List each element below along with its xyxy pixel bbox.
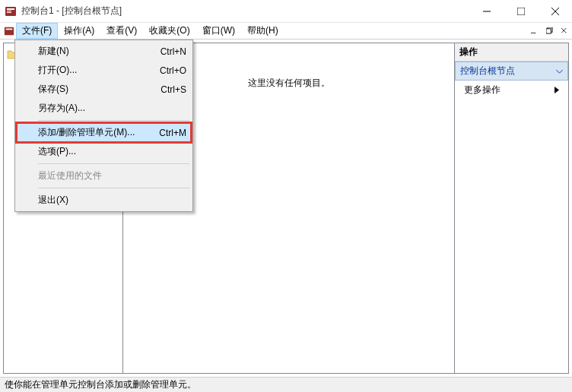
window-title: 控制台1 - [控制台根节点] bbox=[21, 5, 469, 17]
actions-context[interactable]: 控制台根节点 bbox=[455, 62, 568, 81]
menu-item-exit[interactable]: 退出(X) bbox=[17, 191, 191, 210]
mdi-close-button[interactable] bbox=[557, 23, 572, 39]
menu-separator bbox=[38, 163, 189, 164]
menu-window[interactable]: 窗口(W) bbox=[196, 23, 241, 39]
minimize-button[interactable] bbox=[469, 0, 504, 22]
status-bar: 使你能在管理单元控制台添加或删除管理单元。 bbox=[0, 377, 572, 392]
menu-item-saveas[interactable]: 另存为(A)... bbox=[17, 99, 191, 118]
menu-item-add-remove-snapin[interactable]: 添加/删除管理单元(M)...Ctrl+M bbox=[17, 123, 191, 142]
maximize-button[interactable] bbox=[504, 0, 538, 22]
actions-pane: 操作 控制台根节点 更多操作 bbox=[455, 43, 569, 374]
mdi-restore-button[interactable] bbox=[542, 23, 557, 39]
menu-view[interactable]: 查看(V) bbox=[100, 23, 143, 39]
title-bar: 控制台1 - [控制台根节点] bbox=[0, 0, 572, 23]
menu-item-save[interactable]: 保存(S)Ctrl+S bbox=[17, 80, 191, 99]
menu-item-recent: 最近使用的文件 bbox=[17, 166, 191, 185]
menu-bar: 文件(F) 操作(A) 查看(V) 收藏夹(O) 窗口(W) 帮助(H) bbox=[0, 23, 572, 40]
submenu-arrow-icon bbox=[555, 85, 559, 96]
svg-rect-9 bbox=[6, 28, 13, 30]
mdi-icon bbox=[2, 23, 16, 39]
status-text: 使你能在管理单元控制台添加或删除管理单元。 bbox=[5, 378, 196, 391]
app-icon bbox=[5, 5, 17, 17]
collapse-icon bbox=[556, 66, 563, 77]
svg-rect-3 bbox=[7, 12, 11, 13]
close-button[interactable] bbox=[538, 0, 572, 22]
svg-rect-1 bbox=[7, 8, 14, 10]
svg-rect-2 bbox=[7, 11, 11, 11]
svg-rect-5 bbox=[517, 8, 525, 15]
file-menu-dropdown: 新建(N)Ctrl+N 打开(O)...Ctrl+O 保存(S)Ctrl+S 另… bbox=[14, 40, 193, 212]
svg-rect-8 bbox=[5, 27, 14, 35]
window-controls bbox=[469, 0, 572, 22]
client-area: 新建(N)Ctrl+N 打开(O)...Ctrl+O 保存(S)Ctrl+S 另… bbox=[0, 40, 572, 377]
menu-item-new[interactable]: 新建(N)Ctrl+N bbox=[17, 42, 191, 61]
actions-header: 操作 bbox=[455, 43, 568, 62]
actions-more[interactable]: 更多操作 bbox=[455, 81, 568, 100]
menu-separator bbox=[38, 120, 189, 121]
menu-item-options[interactable]: 选项(P)... bbox=[17, 142, 191, 161]
svg-rect-12 bbox=[546, 29, 551, 33]
menu-separator bbox=[38, 188, 189, 188]
menu-action[interactable]: 操作(A) bbox=[58, 23, 100, 39]
empty-message: 这里没有任何项目。 bbox=[248, 77, 330, 373]
menu-file[interactable]: 文件(F) bbox=[16, 23, 58, 39]
mdi-minimize-button[interactable] bbox=[526, 23, 542, 39]
menu-help[interactable]: 帮助(H) bbox=[241, 23, 284, 39]
menu-item-open[interactable]: 打开(O)...Ctrl+O bbox=[17, 61, 191, 80]
menu-favorites[interactable]: 收藏夹(O) bbox=[143, 23, 195, 39]
